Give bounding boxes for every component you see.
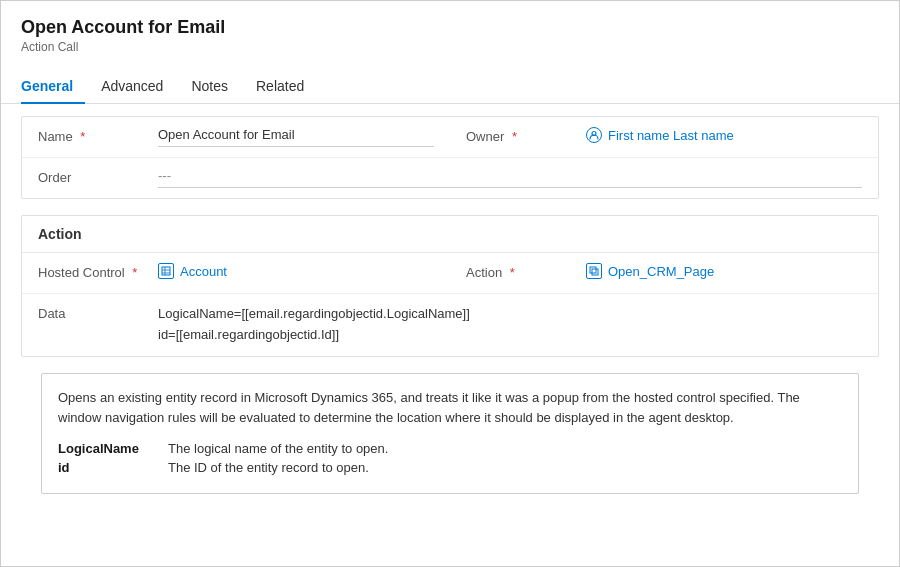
action-section: Action Hosted Control * [21, 215, 879, 357]
param-row-logicalname: LogicalName The logical name of the enti… [58, 441, 842, 456]
order-value[interactable]: --- [158, 168, 862, 188]
action-field-row: Action * Open_CRM_Page [450, 253, 878, 294]
crm-icon [586, 263, 602, 279]
tab-related[interactable]: Related [244, 70, 316, 104]
description-box: Opens an existing entity record in Micro… [41, 373, 859, 495]
name-value[interactable]: Open Account for Email [158, 127, 434, 147]
param-row-id: id The ID of the entity record to open. [58, 460, 842, 475]
action-section-header: Action [22, 216, 878, 253]
tab-content: Name * Open Account for Email Owner * [1, 104, 899, 522]
data-value[interactable]: LogicalName=[[email.regardingobjectid.Lo… [158, 304, 470, 346]
action-required: * [510, 265, 515, 280]
action-fields: Hosted Control * Account [22, 253, 878, 356]
owner-required: * [512, 129, 517, 144]
fields-section: Name * Open Account for Email Owner * [21, 116, 879, 199]
name-required: * [80, 129, 85, 144]
tab-advanced[interactable]: Advanced [89, 70, 175, 104]
tab-general[interactable]: General [21, 70, 85, 104]
owner-value[interactable]: First name Last name [586, 127, 862, 147]
params-table: LogicalName The logical name of the enti… [58, 441, 842, 475]
person-icon [586, 127, 602, 143]
fields-rows: Name * Open Account for Email Owner * [22, 117, 878, 198]
order-row: Order --- [22, 158, 878, 198]
owner-label: Owner * [466, 127, 586, 144]
hosted-control-label: Hosted Control * [38, 263, 158, 280]
action-field-label: Action * [466, 263, 586, 280]
hosted-action-row: Hosted Control * Account [22, 253, 878, 294]
data-label: Data [38, 304, 158, 321]
svg-rect-5 [590, 267, 596, 273]
param-name-id: id [58, 460, 168, 475]
hosted-control-row: Hosted Control * Account [22, 253, 450, 294]
page-subtitle: Action Call [21, 40, 879, 54]
data-field-row: Data LogicalName=[[email.regardingobject… [22, 294, 878, 356]
param-name-logicalname: LogicalName [58, 441, 168, 456]
page-header: Open Account for Email Action Call [1, 1, 899, 62]
description-main-text: Opens an existing entity record in Micro… [58, 388, 842, 430]
order-label: Order [38, 168, 158, 185]
table-icon [158, 263, 174, 279]
hosted-required: * [132, 265, 137, 280]
svg-rect-1 [162, 267, 170, 275]
name-label: Name * [38, 127, 158, 144]
page-title: Open Account for Email [21, 17, 879, 38]
tabs-container: General Advanced Notes Related [1, 70, 899, 104]
param-desc-id: The ID of the entity record to open. [168, 460, 369, 475]
owner-field-row: Owner * First name Last name [450, 117, 878, 158]
svg-rect-6 [592, 269, 598, 275]
param-desc-logicalname: The logical name of the entity to open. [168, 441, 388, 456]
name-owner-row: Name * Open Account for Email Owner * [22, 117, 878, 158]
hosted-control-value[interactable]: Account [158, 263, 434, 283]
tab-notes[interactable]: Notes [179, 70, 240, 104]
action-field-value[interactable]: Open_CRM_Page [586, 263, 862, 283]
name-field-row: Name * Open Account for Email [22, 117, 450, 158]
